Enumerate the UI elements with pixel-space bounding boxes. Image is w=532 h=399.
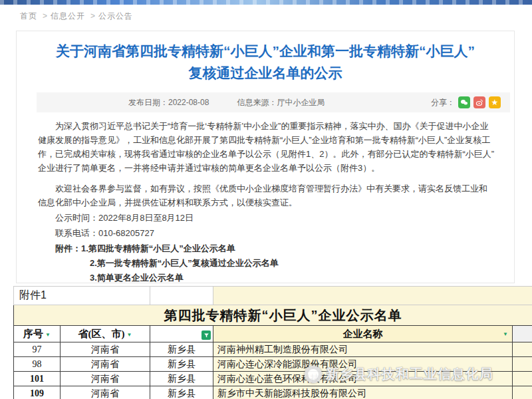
breadcrumb: 首页>信息公开>公示公告 (20, 11, 136, 22)
breadcrumb-announcements[interactable]: 公示公告 (98, 11, 133, 21)
attachment1-label: 附件1 (14, 287, 150, 305)
cell-province: 河南省 (61, 342, 150, 357)
page-title: 关于河南省第四批专精特新“小巨人”企业和第一批专精特新“小巨人”复核通过企业名单… (51, 40, 479, 84)
active-filter-funnel-icon[interactable] (201, 331, 211, 340)
share-label: 分享： (431, 97, 455, 108)
cell-company: 河南神州精工制造股份有限公司 (213, 342, 513, 357)
weibo-icon[interactable] (473, 96, 485, 108)
empty-cell (150, 287, 213, 305)
attachment-line-1: 附件：1.第四批专精特新“小巨人”企业公示名单 (38, 241, 495, 255)
table-row: 97 河南省 新乡县 河南神州精工制造股份有限公司 (14, 342, 532, 357)
paragraph-1: 为深入贯彻习近平总书记关于“培育一批‘专精特新’中小企业”的重要指示精神，落实中… (38, 119, 495, 175)
breadcrumb-separator: > (43, 11, 48, 21)
cell-seq: 97 (14, 342, 61, 357)
breadcrumb-info-disclosure[interactable]: 信息公开 (51, 11, 85, 21)
attachment1-row: 附件1 (14, 287, 532, 305)
publicity-period: 公示时间：2022年8月8日至8月12日 (38, 211, 495, 225)
table-row: 101 河南省 新乡县 河南心连心蓝色环保科技有限公司 (14, 372, 532, 386)
site-header-strip (0, 0, 532, 5)
header-seq: 序号▼ (14, 326, 61, 342)
contact-phone: 联系电话：010-68205727 (38, 226, 495, 240)
clipped-column (513, 386, 532, 399)
cell-seq: 109 (14, 386, 61, 399)
breadcrumb-separator: > (90, 11, 96, 21)
table-header-row: 序号▼ 省(区、市)▼ 企业名称▼ (14, 326, 532, 342)
header-company: 企业名称▼ (213, 326, 513, 342)
clipped-column (513, 357, 532, 372)
cell-company: 新乡市中天新能源科技股份有限公司 (213, 386, 513, 399)
article-body: 为深入贯彻习近平总书记关于“培育一批‘专精特新’中小企业”的重要指示精神，落实中… (38, 119, 495, 302)
wechat-icon[interactable] (458, 96, 470, 108)
table-title: 第四批专精特新“小巨人”企业公示名单 (14, 305, 532, 326)
attachment-line-2: 2.第一批专精特新“小巨人”复核通过企业公示名单 (38, 256, 495, 270)
cell-county: 新乡县 (150, 386, 213, 399)
company-table: 附件1 第四批专精特新“小巨人”企业公示名单 序号▼ 省(区、市)▼ 企业名称▼… (13, 286, 532, 399)
breadcrumb-home[interactable]: 首页 (20, 11, 37, 21)
cell-company: 河南心连心蓝色环保科技有限公司 (213, 372, 513, 386)
cell-county: 新乡县 (150, 372, 213, 386)
favorite-star-icon[interactable]: ★ (489, 96, 501, 108)
cell-province: 河南省 (61, 386, 150, 399)
filter-dropdown-icon[interactable]: ▼ (503, 331, 508, 337)
attachment-line-3: 3.简单更名企业公示名单 (38, 271, 495, 285)
publish-date: 发布日期：2022-08-08 (128, 97, 209, 108)
cell-province: 河南省 (61, 357, 150, 372)
attachment-spreadsheet: 附件1 第四批专精特新“小巨人”企业公示名单 序号▼ 省(区、市)▼ 企业名称▼… (13, 286, 532, 399)
cell-company: 河南心连心深冷能源股份有限公司 (213, 357, 513, 372)
table-row: 109 河南省 新乡县 新乡市中天新能源科技股份有限公司 (14, 386, 532, 399)
clipped-column (513, 372, 532, 386)
filter-dropdown-icon[interactable]: ▼ (45, 332, 51, 338)
table-row: 98 河南省 新乡县 河南心连心深冷能源股份有限公司 (14, 357, 532, 372)
highlight-cell (213, 287, 532, 305)
info-source: 信息来源：厅中小企业局 (237, 97, 325, 108)
paragraph-2: 欢迎社会各界参与监督，如有异议，按照《优质中小企业梯度培育管理暂行办法》中有关要… (38, 182, 495, 209)
cell-province: 河南省 (61, 372, 150, 386)
share-toolbar: 分享： ★ (431, 96, 501, 108)
header-province: 省(区、市)▼ (61, 326, 150, 342)
cell-seq: 101 (14, 372, 61, 386)
clipped-column (513, 342, 532, 357)
clipped-column (513, 326, 532, 342)
filter-dropdown-icon[interactable]: ▼ (127, 332, 132, 338)
table-title-row: 第四批专精特新“小巨人”企业公示名单 (14, 305, 532, 326)
article-meta-bar: 发布日期：2022-08-08 信息来源：厅中小企业局 分享： ★ (37, 92, 510, 112)
header-county (150, 326, 213, 342)
article-panel: 关于河南省第四批专精特新“小巨人”企业和第一批专精特新“小巨人”复核通过企业名单… (16, 31, 515, 283)
cell-county: 新乡县 (150, 342, 213, 357)
cell-seq: 98 (14, 357, 61, 372)
cell-county: 新乡县 (150, 357, 213, 372)
